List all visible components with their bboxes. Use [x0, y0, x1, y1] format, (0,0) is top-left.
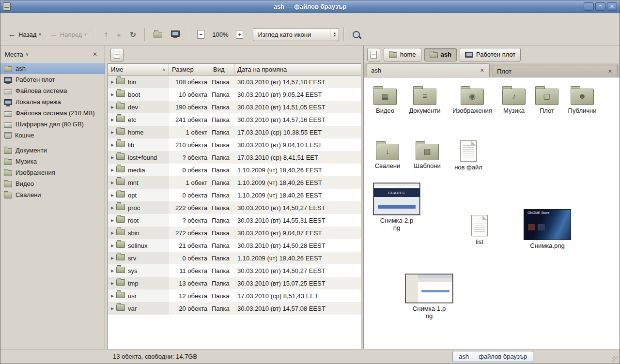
pathbar-button[interactable]: Работен плот [460, 48, 521, 61]
sidebar-item[interactable]: Изображения [0, 167, 105, 178]
expander-icon[interactable]: ▶ [109, 168, 115, 172]
pathbar-button[interactable]: ash [424, 48, 457, 61]
expander-icon[interactable]: ▶ [109, 130, 115, 135]
table-row[interactable]: ▶ var 20 обекта Папка 30.03.2010 (вт) 14… [108, 302, 361, 315]
menu-item[interactable] [20, 17, 29, 20]
expander-icon[interactable]: ▶ [109, 243, 115, 248]
places-title[interactable]: Места [5, 51, 23, 58]
zoom-in-button[interactable]: + [232, 27, 247, 42]
minimize-button[interactable]: _ [584, 2, 594, 11]
expander-icon[interactable]: ▶ [109, 193, 115, 197]
menu-item[interactable] [29, 17, 37, 20]
expander-icon[interactable]: ▶ [109, 231, 115, 235]
table-row[interactable]: ▶ opt 0 обекта Папка 1.10.2009 (чт) 18,4… [108, 189, 361, 201]
column-header-date[interactable]: Дата на промяна [234, 64, 361, 76]
table-row[interactable]: ▶ usr 12 обекта Папка 17.03.2010 (ср) 8,… [108, 289, 361, 302]
close-button[interactable]: ✕ [607, 2, 617, 11]
expander-icon[interactable]: ▶ [109, 269, 115, 273]
expander-icon[interactable]: ▶ [109, 143, 115, 147]
icon-view-item[interactable]: нов файл [448, 139, 489, 171]
table-row[interactable]: ▶ boot 10 обекта Папка 30.03.2010 (вт) 9… [108, 88, 361, 101]
icon-view-item[interactable]: GUADEC Снимка-2.png [370, 182, 423, 231]
expander-icon[interactable]: ▶ [109, 281, 115, 286]
search-button[interactable] [349, 28, 364, 41]
pane-location-button[interactable] [110, 48, 124, 61]
table-row[interactable]: ▶ etc 241 обекта Папка 30.03.2010 (вт) 1… [108, 113, 361, 126]
sidebar-item[interactable]: Музика [0, 156, 105, 167]
menu-item[interactable] [37, 17, 46, 20]
sidebar-close-button[interactable]: ✕ [90, 50, 100, 58]
table-row[interactable]: ▶ sys 11 обекта Папка 30.03.2010 (вт) 14… [108, 264, 361, 277]
table-row[interactable]: ▶ root ? обекта Папка 30.03.2010 (вт) 14… [108, 214, 361, 227]
expander-icon[interactable]: ▶ [109, 118, 115, 122]
taskbar-window-button[interactable]: ash — файлов браузър [452, 351, 533, 362]
expander-icon[interactable]: ▶ [109, 92, 115, 97]
table-row[interactable]: ▶ home 1 обект Папка 17.03.2010 (ср) 10,… [108, 126, 361, 138]
column-header-name[interactable]: Име ∨ [108, 64, 169, 76]
expander-icon[interactable]: ▶ [109, 181, 115, 185]
icon-view[interactable]: Видео Документи Изображения Музика Плот … [364, 77, 620, 349]
combo-spinner-icon[interactable]: ▴ ▾ [330, 29, 339, 41]
tab[interactable]: ash ✕ [367, 63, 490, 77]
menu-item[interactable] [2, 17, 11, 20]
view-mode-select[interactable]: Изглед като икони ▴ ▾ [253, 28, 339, 41]
reload-button[interactable]: ↻ [126, 27, 140, 42]
sidebar-item[interactable]: Работен плот [0, 74, 105, 85]
expander-icon[interactable]: ▶ [109, 294, 115, 298]
pathbar-root-button[interactable] [367, 48, 380, 61]
titlebar[interactable]: ash — файлов браузър _ □ ✕ [0, 0, 620, 13]
expander-icon[interactable]: ▶ [109, 306, 115, 311]
table-row[interactable]: ▶ mnt 1 обект Папка 1.10.2009 (чт) 18,40… [108, 176, 361, 189]
sidebar-item[interactable]: Документи [0, 145, 105, 156]
sidebar-item[interactable]: Видео [0, 178, 105, 189]
sidebar-item[interactable]: ash [0, 63, 105, 74]
forward-button[interactable]: → Напред ▾ [46, 28, 91, 41]
expander-icon[interactable]: ▶ [109, 256, 115, 260]
column-header-size[interactable]: Размер [169, 64, 210, 76]
icon-view-item[interactable]: GNOME Store Снимка.png [521, 208, 574, 249]
expander-icon[interactable]: ▶ [109, 206, 115, 210]
home-button[interactable] [150, 28, 166, 41]
icon-view-item[interactable]: list [459, 214, 500, 245]
icon-view-item[interactable]: Документи [404, 84, 446, 114]
icon-view-item[interactable]: Публични [561, 84, 603, 114]
resize-grip[interactable] [612, 356, 619, 363]
table-row[interactable]: ▶ proc 222 обекта Папка 30.03.2010 (вт) … [108, 201, 361, 214]
expander-icon[interactable]: ▶ [109, 80, 115, 84]
table-row[interactable]: ▶ bin 108 обекта Папка 30.03.2010 (вт) 1… [108, 76, 361, 88]
tab-close-icon[interactable]: ✕ [607, 68, 613, 75]
icon-view-item[interactable]: Шаблони [406, 139, 448, 169]
tab-close-icon[interactable]: ✕ [479, 67, 485, 74]
tab[interactable]: Плот ✕ [493, 65, 618, 77]
back-dropdown-icon[interactable]: ▾ [39, 32, 41, 37]
up-button[interactable]: ↑ [100, 27, 112, 42]
icon-view-item[interactable]: Видео [364, 84, 406, 114]
menu-item[interactable] [11, 17, 20, 20]
sidebar-item[interactable]: Локална мрежа [0, 96, 105, 107]
stop-button[interactable]: ● [113, 28, 125, 42]
expander-icon[interactable]: ▶ [109, 218, 115, 223]
column-header-kind[interactable]: Вид [210, 64, 234, 76]
sidebar-item[interactable]: Свалени [0, 189, 105, 200]
menu-item[interactable] [46, 17, 55, 20]
table-row[interactable]: ▶ lost+found ? обекта Папка 17.03.2010 (… [108, 151, 361, 164]
table-row[interactable]: ▶ sbin 272 обекта Папка 30.03.2010 (вт) … [108, 227, 361, 239]
zoom-out-button[interactable]: − [193, 27, 208, 42]
icon-view-item[interactable]: Свалени [367, 139, 408, 169]
table-row[interactable]: ▶ lib 210 обекта Папка 30.03.2010 (вт) 9… [108, 138, 361, 151]
table-row[interactable]: ▶ selinux 21 обекта Папка 30.03.2010 (вт… [108, 239, 361, 252]
places-caret-icon[interactable]: ∨ [26, 52, 29, 57]
table-row[interactable]: ▶ tmp 13 обекта Папка 30.03.2010 (вт) 15… [108, 277, 361, 289]
expander-icon[interactable]: ▶ [109, 105, 115, 109]
table-row[interactable]: ▶ dev 190 обекта Папка 30.03.2010 (вт) 1… [108, 101, 361, 113]
back-button[interactable]: ← Назад ▾ [4, 28, 45, 41]
sidebar-item[interactable]: Шифриран дял (80 GB) [0, 119, 105, 130]
table-row[interactable]: ▶ media 0 обекта Папка 1.10.2009 (чт) 18… [108, 164, 361, 176]
pathbar-button[interactable]: home [384, 48, 421, 61]
maximize-button[interactable]: □ [595, 2, 605, 11]
expander-icon[interactable]: ▶ [109, 155, 115, 160]
sidebar-item[interactable]: Кошче [0, 130, 105, 141]
icon-view-item[interactable]: Снимка-1.png [403, 273, 456, 319]
sidebar-item[interactable]: Файлова система [0, 85, 105, 96]
computer-button[interactable] [167, 28, 184, 42]
